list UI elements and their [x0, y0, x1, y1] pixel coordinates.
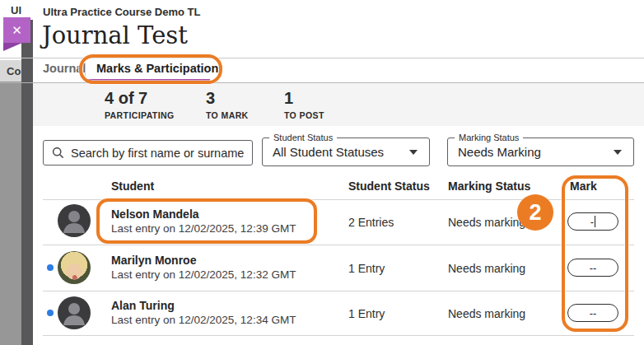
last-entry-text: Last entry on 12/02/2025, 12:32 GMT — [111, 268, 296, 281]
panel-shadow-strip — [21, 20, 33, 345]
annotation-box-student-row — [96, 198, 317, 244]
close-panel-button[interactable]: ✕ — [3, 17, 30, 43]
annotation-step-number: 2 — [529, 200, 541, 226]
student-search — [43, 140, 253, 166]
chevron-down-icon — [409, 150, 418, 155]
column-header-marking-status: Marking Status — [448, 179, 530, 193]
mark-value: - — [590, 216, 594, 228]
header-divider — [0, 58, 644, 58]
student-name-link[interactable]: Nelson Mandela — [111, 207, 199, 221]
stat-to-post-label: TO POST — [284, 110, 324, 120]
last-entry-text: Last entry on 12/02/2025, 12:34 GMT — [111, 314, 296, 326]
row-divider — [43, 245, 634, 245]
page-title: Journal Test — [42, 21, 188, 49]
row-divider — [43, 335, 634, 336]
unread-indicator-dot — [47, 310, 54, 316]
avatar — [58, 251, 91, 284]
student-name-link[interactable]: Marilyn Monroe — [111, 254, 196, 267]
student-status-dropdown-label: Student Status — [269, 133, 337, 142]
mark-input[interactable]: -- — [567, 259, 618, 277]
row-divider — [43, 291, 634, 291]
marking-status-dropdown[interactable]: Marking Status Needs Marking — [447, 138, 634, 166]
stat-to-mark-label: TO MARK — [206, 110, 249, 120]
avatar — [58, 296, 91, 329]
background-nav-item-fragment: Co — [7, 65, 21, 77]
mark-input[interactable]: - — [567, 212, 618, 231]
tab-divider — [85, 63, 86, 77]
marking-status-cell: Needs marking — [448, 262, 525, 275]
person-icon — [58, 204, 91, 237]
column-header-student: Student — [111, 179, 154, 193]
stat-to-post-value: 1 — [284, 89, 324, 107]
search-icon — [52, 147, 64, 159]
marking-status-cell: Needs marking — [448, 307, 525, 320]
student-status-cell: 1 Entry — [348, 262, 385, 275]
stat-to-post: 1 TO POST — [284, 89, 324, 120]
stat-to-mark-value: 3 — [206, 89, 249, 107]
marking-status-dropdown-value: Needs Marking — [458, 145, 541, 159]
stat-to-mark: 3 TO MARK — [206, 89, 249, 120]
background-dimmed-area — [0, 82, 21, 345]
student-status-dropdown[interactable]: Student Status All Student Statuses — [262, 138, 430, 166]
column-header-student-status: Student Status — [348, 179, 430, 193]
mark-value: -- — [590, 262, 597, 274]
stat-participating: 4 of 7 PARTICIPATING — [105, 89, 175, 120]
mark-input[interactable]: -- — [567, 304, 618, 322]
stat-participating-value: 4 of 7 — [105, 89, 175, 107]
text-cursor — [595, 216, 595, 227]
tab-journal[interactable]: Journal — [43, 62, 86, 75]
stat-participating-label: PARTICIPATING — [105, 110, 175, 120]
unread-indicator-dot — [47, 264, 54, 271]
student-name-link[interactable]: Alan Turing — [111, 299, 175, 312]
mark-value: -- — [590, 307, 597, 319]
column-header-mark: Mark — [570, 179, 597, 193]
marking-status-dropdown-label: Marking Status — [455, 133, 523, 142]
last-entry-text: Last entry on 12/02/2025, 12:39 GMT — [111, 222, 296, 235]
annotation-step-badge: 2 — [517, 194, 553, 231]
close-icon: ✕ — [12, 23, 22, 38]
student-status-cell: 2 Entries — [348, 216, 394, 229]
background-page-title-fragment: Ul — [11, 4, 21, 16]
avatar — [58, 204, 91, 237]
active-tab-underline — [86, 79, 210, 82]
person-icon — [58, 296, 91, 329]
journal-marks-panel: Ul Co ✕ Ultra Practice Course Demo TL Jo… — [0, 0, 644, 345]
marking-status-cell: Needs marking — [448, 216, 525, 229]
student-status-cell: 1 Entry — [348, 307, 385, 320]
chevron-down-icon — [614, 150, 622, 155]
student-status-dropdown-value: All Student Statuses — [273, 145, 384, 159]
tab-marks-participation[interactable]: Marks & Participation — [96, 62, 218, 75]
close-button-fold — [3, 43, 22, 51]
search-input[interactable] — [71, 147, 252, 160]
breadcrumb: Ultra Practice Course Demo TL — [43, 6, 200, 18]
